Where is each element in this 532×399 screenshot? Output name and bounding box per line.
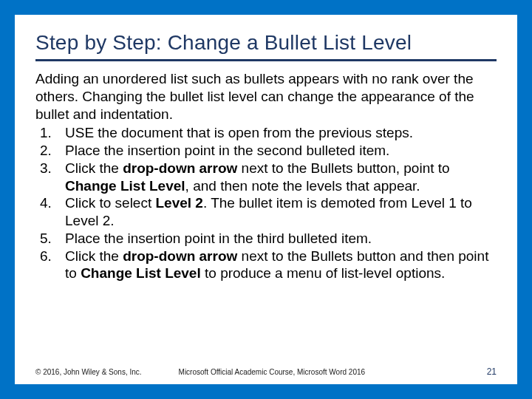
step-text: Click to select — [65, 195, 155, 211]
step-text-bold: Change List Level — [65, 178, 185, 194]
step-item: Place the insertion point in the third b… — [35, 230, 497, 248]
step-text: Place the insertion point in the second … — [65, 143, 389, 158]
step-item: Click the drop-down arrow next to the Bu… — [35, 160, 497, 195]
step-text: next to the Bullets button, point to — [237, 160, 449, 176]
step-text: USE the document that is open from the p… — [65, 125, 413, 140]
step-item: Place the insertion point in the second … — [35, 142, 497, 160]
step-text-bold: Change List Level — [81, 265, 201, 281]
step-item: USE the document that is open from the p… — [35, 124, 497, 142]
step-text: Click the — [65, 160, 123, 176]
footer-copyright: © 2016, John Wiley & Sons, Inc. — [35, 368, 142, 376]
step-item: Click the drop-down arrow next to the Bu… — [35, 248, 497, 283]
footer: © 2016, John Wiley & Sons, Inc. Microsof… — [35, 366, 497, 377]
footer-center: Microsoft Official Academic Course, Micr… — [142, 368, 487, 376]
page-title: Step by Step: Change a Bullet List Level — [35, 31, 497, 61]
step-text-bold: drop-down arrow — [123, 160, 237, 176]
step-text: Place the insertion point in the third b… — [65, 231, 372, 246]
step-text: Click the — [65, 248, 123, 264]
step-text-bold: Level 2 — [155, 195, 202, 211]
step-text: to produce a menu of list-level options. — [201, 265, 446, 281]
steps-list: USE the document that is open from the p… — [35, 124, 497, 282]
intro-paragraph: Adding an unordered list such as bullets… — [35, 70, 497, 123]
footer-page-number: 21 — [487, 366, 497, 377]
step-text: , and then note the levels that appear. — [185, 178, 420, 194]
step-text-bold: drop-down arrow — [123, 248, 237, 264]
step-item: Click to select Level 2. The bullet item… — [35, 194, 497, 230]
slide: Step by Step: Change a Bullet List Level… — [15, 15, 517, 384]
